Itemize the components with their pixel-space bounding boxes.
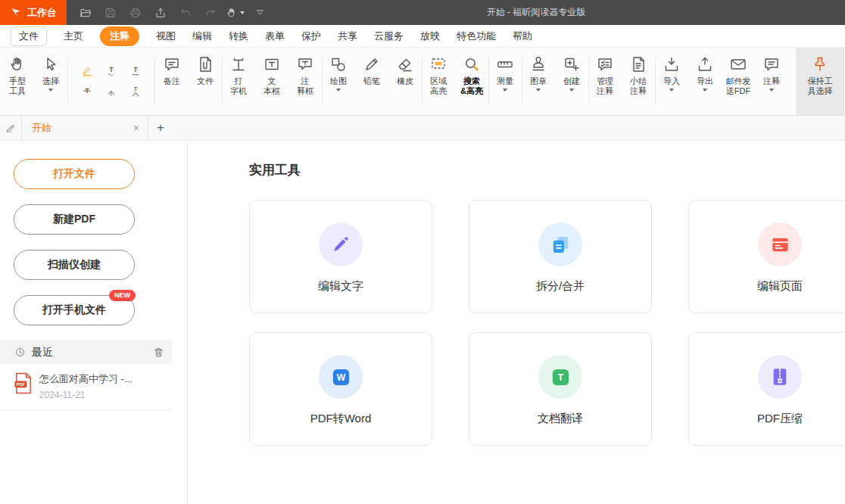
share-icon [154,7,167,19]
markup-tool-underline[interactable]: T [127,64,144,79]
save-icon [104,7,117,19]
menu-item-label: 主页 [64,30,83,43]
menu-item-cloud[interactable]: 云服务 [374,30,404,43]
recent-section-header: 最近 [0,341,172,364]
recent-label: 最近 [32,346,147,359]
markup-tool-replace-text[interactable]: T [127,84,144,99]
ribbon-button-measure[interactable]: 测量 [488,48,522,115]
titlebar-button-save[interactable] [99,3,121,23]
titlebar-button-customize-toolbar[interactable] [249,3,271,23]
trash-icon[interactable] [153,347,164,358]
card-pencil-icon [331,235,351,254]
mk-strike-icon: T [81,86,93,98]
markup-tool-highlight[interactable] [79,64,95,79]
tool-card-icon-circle: W [319,355,363,399]
menu-item-convert[interactable]: 转换 [229,30,248,43]
ribbon-button-note[interactable]: 备注 [155,48,189,115]
sidebar-button-new-pdf[interactable]: 新建PDF [14,204,135,235]
ribbon-button-email-fdf[interactable]: 邮件发送FDF [722,48,755,115]
menu-item-help[interactable]: 帮助 [513,30,532,43]
titlebar-button-hand-grab-tool[interactable] [224,3,246,23]
sidebar-button-open-file[interactable]: 打开文件 [14,159,135,189]
ribbon-button-label: 导入 [663,76,680,86]
menu-item-features[interactable]: 特色功能 [457,30,496,43]
svg-text:PDF: PDF [17,382,26,387]
clock-icon [14,347,26,358]
chevron-down-icon [669,89,674,92]
menu-item-edit[interactable]: 编辑 [192,30,212,43]
ribbon-button-label: 保持工具选择 [808,76,833,96]
recent-file[interactable]: PDF 怎么面对高中学习 -... 2024-11-21 [0,364,172,410]
ribbon-button-create-stamp[interactable]: 创建 [555,48,588,115]
textbox-icon [263,54,281,74]
ribbon-button-stamp[interactable]: 图章 [522,48,555,115]
ribbon-button-manage-comments[interactable]: 管理注释 [588,48,622,115]
mk-highlight-icon [81,65,93,77]
menu-item-comment[interactable]: 注释 [100,26,139,46]
ribbon-button-pencil[interactable]: 铅笔 [355,48,388,115]
menu-item-protect[interactable]: 保护 [301,30,321,43]
ribbon-button-hand-tool[interactable]: 手型工具 [1,48,34,115]
ribbon-button-area-highlight[interactable]: 区域高亮 [422,48,455,115]
chevron-down-icon [703,89,707,92]
menu-item-label: 帮助 [513,30,532,43]
markup-tool-squiggly-underline[interactable]: T [103,64,120,79]
menu-item-home[interactable]: 主页 [64,30,83,43]
ribbon-button-callout[interactable]: 注释框 [288,48,322,115]
tool-card-doc-translate[interactable]: T 文档翻译 [469,332,652,446]
ribbon-button-comments[interactable]: 注释 [755,48,788,115]
ribbon-button-label: 选择 [42,76,59,86]
titlebar-button-share[interactable] [149,3,171,23]
ribbon-button-eraser[interactable]: 橡皮 [388,48,422,115]
menu-item-form[interactable]: 表单 [265,30,285,43]
ribbon-button-export[interactable]: 导出 [688,48,722,115]
import-icon [663,54,681,74]
chevron-down-icon [240,11,245,14]
menu-item-view[interactable]: 视图 [156,30,176,43]
print-icon [129,7,142,19]
ribbon-button-label: 邮件发送FDF [726,76,751,96]
sidebar-button-label: 打开手机文件 [42,303,106,317]
tool-card-label: 编辑页面 [757,279,803,294]
mk-replace-icon: T [129,86,142,98]
close-icon[interactable]: × [133,122,139,134]
ribbon-button-textbox[interactable]: 文本框 [255,48,288,115]
titlebar-button-undo[interactable] [174,3,196,23]
menu-item-slideshow[interactable]: 放映 [420,30,440,43]
ribbon-button-search-highlight[interactable]: 搜索&高亮 [455,48,488,115]
menu-item-label: 云服务 [374,30,404,43]
titlebar-button-open-folder[interactable] [74,3,96,23]
ribbon-button-drawing[interactable]: 绘图 [322,48,355,115]
file-date: 2024-11-21 [39,390,133,400]
ribbon-button-file-attach[interactable]: 文件 [189,48,222,115]
ribbon-button-typewriter[interactable]: 打字机 [222,48,255,115]
pen-icon[interactable] [0,123,21,134]
sidebar-buttons: 打开文件 新建PDF 扫描仪创建 打开手机文件 NEW [0,159,187,325]
titlebar-button-redo[interactable] [199,3,221,23]
sidebar-button-open-mobile-files[interactable]: 打开手机文件 NEW [14,295,135,325]
ribbon-button-summarize-comments[interactable]: 小结注释 [622,48,655,115]
tool-card-pdf-compress[interactable]: PDF PDF压缩 [688,332,845,446]
tab-start[interactable]: 开始 × [21,116,148,141]
sidebar-button-scanner-create[interactable]: 扫描仪创建 [14,250,135,280]
section-title: 实用工具 [249,161,845,179]
ribbon-button-label: 注释框 [297,76,313,96]
titlebar-button-print[interactable] [124,3,146,23]
menu-item-share[interactable]: 共享 [338,30,357,43]
tool-card-label: PDF压缩 [757,412,803,426]
menu-item-file[interactable]: 文件 [11,26,47,46]
ribbon-button-select[interactable]: 选择 [34,48,67,115]
tool-card-split-merge[interactable]: 拆分/合并 [469,200,652,313]
workspace-button[interactable]: 工作台 [0,0,67,25]
tool-card-pdf-to-word[interactable]: W PDF转Word [249,332,432,446]
markup-tool-strikeout[interactable]: T [79,84,95,99]
pdf-file-icon: PDF [14,372,33,394]
markup-tool-insert-text[interactable] [103,84,120,99]
new-tab-button[interactable]: + [157,120,164,135]
cursor-icon [42,54,60,74]
measure-icon [496,54,514,74]
tool-card-edit-pages[interactable]: 编辑页面 [688,200,845,313]
tool-card-edit-text[interactable]: 编辑文字 [249,200,432,313]
ribbon-button-keep-tool-selected[interactable]: 保持工具选择 [796,48,844,115]
ribbon-button-import[interactable]: 导入 [655,48,688,115]
